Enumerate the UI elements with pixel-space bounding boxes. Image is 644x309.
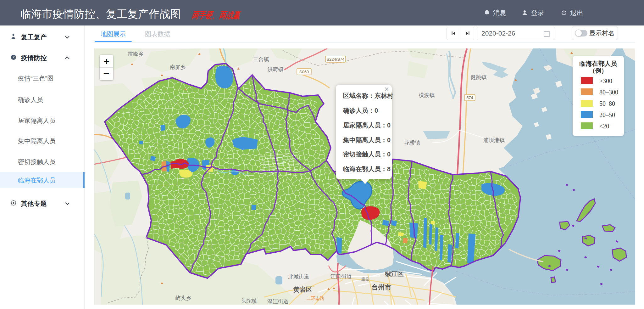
svg-text:横渡镇: 横渡镇 — [419, 92, 435, 98]
svg-text:雷峰乡: 雷峰乡 — [128, 51, 144, 57]
svg-text:洪畴镇: 洪畴镇 — [268, 66, 284, 72]
svg-text:S060: S060 — [299, 70, 309, 74]
svg-text:健跳镇: 健跳镇 — [470, 74, 487, 80]
svg-text:二环南路: 二环南路 — [307, 296, 324, 301]
svg-text:圭岙: 圭岙 — [361, 277, 369, 281]
svg-text:北城街道: 北城街道 — [288, 274, 309, 280]
svg-text:椒江区: 椒江区 — [385, 270, 404, 277]
svg-text:S224/S74: S224/S74 — [326, 57, 344, 62]
svg-text:574: 574 — [466, 95, 473, 100]
svg-text:三合镇: 三合镇 — [253, 56, 269, 62]
svg-text:黄岩区: 黄岩区 — [293, 286, 312, 293]
svg-text:澄江街道: 澄江街道 — [267, 299, 289, 305]
svg-text:屿头乡: 屿头乡 — [175, 295, 192, 301]
svg-text:台州市: 台州市 — [372, 284, 391, 291]
svg-text:江口街道: 江口街道 — [330, 273, 352, 279]
svg-text:南屏乡: 南屏乡 — [170, 64, 186, 70]
svg-text:浦坝港镇: 浦坝港镇 — [483, 137, 505, 143]
svg-text:头陀镇: 头陀镇 — [241, 298, 257, 304]
svg-text:花桥镇: 花桥镇 — [404, 140, 420, 146]
